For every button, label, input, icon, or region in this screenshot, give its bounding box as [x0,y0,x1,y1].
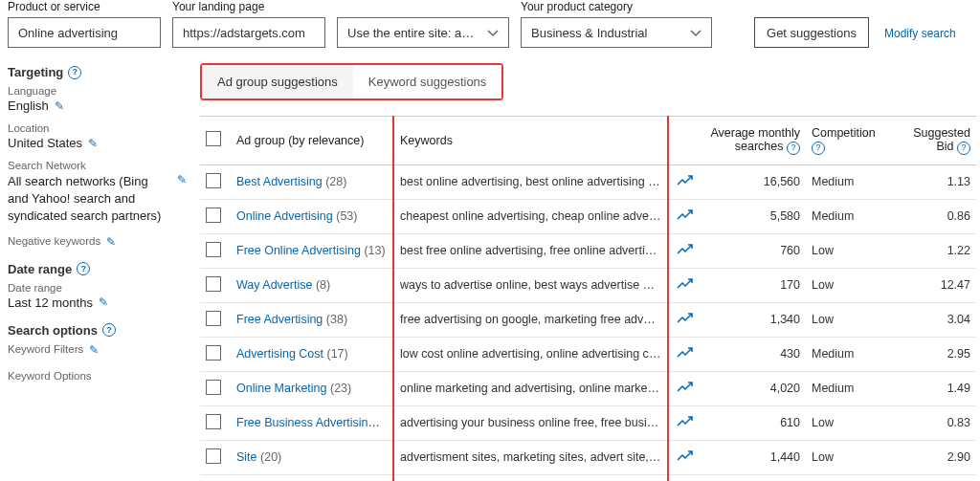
row-checkbox[interactable] [206,414,221,429]
competition-cell: Low [806,405,892,440]
avg-searches-cell: 4,020 [701,371,806,405]
pencil-icon[interactable]: ✎ [177,173,187,186]
row-checkbox[interactable] [206,311,221,326]
select-all-checkbox[interactable] [206,131,221,146]
competition-cell: Low [806,440,892,474]
pencil-icon[interactable]: ✎ [99,295,108,309]
pencil-icon[interactable]: ✎ [88,137,98,150]
help-icon[interactable]: ? [77,262,90,275]
trend-icon[interactable] [677,346,694,362]
keywords-cell: low cost online advertising, online adve… [393,337,668,371]
keywords-cell: best online advertising, best online adv… [393,164,668,199]
suggested-bid-cell: 0.86 [892,199,976,233]
header-ad-group[interactable]: Ad group (by relevance) [231,117,393,165]
trend-icon[interactable] [677,208,694,225]
search-network-value: All search networks (Bing and Yahoo! sea… [8,173,171,226]
header-suggested-bid[interactable]: Suggested Bid ? [892,117,976,165]
language-value: English [8,98,49,113]
help-icon[interactable]: ? [787,142,800,155]
avg-searches-cell: 610 [701,405,806,440]
row-checkbox[interactable] [206,208,221,223]
tab-keyword-suggestions[interactable]: Keyword suggestions [353,65,502,98]
category-label: Your product category [521,0,712,13]
location-value: United States [8,136,82,150]
suggested-bid-cell: 1.22 [892,233,976,268]
row-checkbox[interactable] [206,448,221,464]
ad-group-link[interactable]: Site [236,450,257,464]
table-row: Way Advertise (8)ways to advertise onlin… [200,268,976,302]
suggested-bid-cell: 12.47 [892,268,976,302]
modify-search-link[interactable]: Modify search [880,19,960,48]
avg-searches-cell: 5,580 [701,199,806,233]
help-icon[interactable]: ? [812,142,825,155]
header-keywords[interactable]: Keywords [393,117,668,165]
keywords-cell: cheapest online advertising, cheap onlin… [393,199,668,233]
row-checkbox[interactable] [206,173,221,188]
competition-cell: Low [806,302,892,337]
keywords-cell: free advertising on google, marketing fr… [393,302,668,337]
competition-cell: Low [806,474,892,481]
ad-group-link[interactable]: Free Online Advertising [236,244,361,257]
product-input[interactable]: Online advertising [8,17,161,48]
language-label: Language [8,85,187,97]
ad-group-link[interactable]: Online Marketing [236,382,327,395]
landing-input[interactable]: https://adstargets.com [172,17,325,48]
header-avg-searches[interactable]: Average monthly searches ? [701,117,806,165]
ad-group-link[interactable]: Online Advertising [236,209,333,223]
help-icon[interactable]: ? [102,323,116,337]
avg-searches-cell: 16,560 [701,164,806,199]
row-checkbox[interactable] [206,242,221,257]
keywords-cell: ways to advertise online, best ways adve… [393,268,668,302]
trend-icon[interactable] [677,381,694,397]
avg-searches-cell: 760 [701,233,806,268]
table-row: Online Advertising (53)cheapest online a… [200,199,976,233]
avg-searches-cell: 540 [701,474,806,481]
pencil-icon[interactable]: ✎ [55,99,64,113]
get-suggestions-button[interactable]: Get suggestions [754,17,869,48]
table-row: Best Advertising (28)best online adverti… [200,164,976,199]
help-icon[interactable]: ? [957,142,970,155]
pencil-icon[interactable]: ✎ [89,343,99,357]
trend-icon[interactable] [677,449,694,466]
date-range-value: Last 12 months [8,295,93,310]
table-row: Free Business Advertising (18)advertisin… [200,405,976,440]
trend-icon[interactable] [677,243,694,259]
suggested-bid-cell: 2.95 [892,337,976,371]
header-competition[interactable]: Competition ? [806,117,892,165]
tab-ad-group-suggestions[interactable]: Ad group suggestions [202,65,353,98]
negative-keywords-label: Negative keywords [8,235,100,247]
ad-group-link[interactable]: Way Advertise [236,278,312,292]
pencil-icon[interactable]: ✎ [106,235,116,249]
keywords-cell: advertisment sites, marketing sites, adv… [393,440,668,474]
row-checkbox[interactable] [206,345,221,361]
row-checkbox[interactable] [206,276,221,292]
trend-icon[interactable] [677,415,694,431]
category-value: Business & Industrial [531,26,647,40]
targeting-title: Targeting [8,65,63,79]
site-scope-value: Use the entire site: adstargets.com [347,26,479,40]
ad-group-link[interactable]: Free Business Advertising [236,416,380,429]
competition-cell: Medium [806,164,892,199]
row-checkbox[interactable] [206,380,221,395]
trend-icon[interactable] [677,174,694,190]
trend-icon[interactable] [677,277,694,294]
suggested-bid-cell: 1.49 [892,371,976,405]
ad-group-link[interactable]: Best Advertising [236,175,323,188]
site-scope-select[interactable]: Use the entire site: adstargets.com [337,17,509,48]
competition-cell: Medium [806,371,892,405]
trend-icon[interactable] [677,312,694,328]
competition-cell: Low [806,268,892,302]
search-network-label: Search Network [8,160,187,171]
table-row: Internet Advertising (11)free advertisin… [200,474,976,481]
ad-group-count: (38) [326,313,347,326]
competition-cell: Medium [806,337,892,371]
ad-group-link[interactable]: Advertising Cost [236,347,323,361]
table-row: Free Advertising (38)free advertising on… [200,302,976,337]
competition-cell: Medium [806,199,892,233]
category-select[interactable]: Business & Industrial [521,17,712,48]
avg-searches-cell: 170 [701,268,806,302]
ad-group-link[interactable]: Free Advertising [236,313,323,326]
help-icon[interactable]: ? [68,66,81,79]
product-label: Product or service [8,0,161,13]
suggested-bid-cell: 2.90 [892,440,976,474]
